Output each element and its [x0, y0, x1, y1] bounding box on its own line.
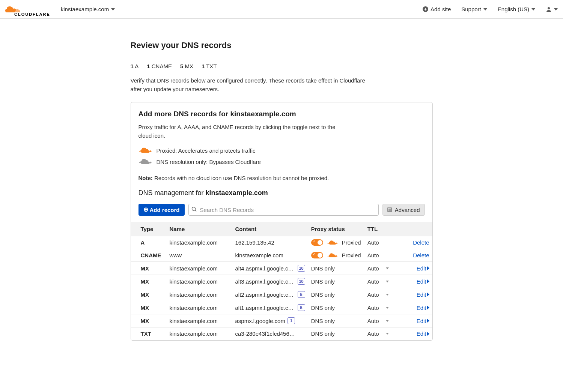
advanced-button[interactable]: Advanced	[382, 204, 425, 216]
caret-down-icon	[554, 8, 558, 11]
add-record-button[interactable]: ⊕Add record	[138, 204, 185, 216]
edit-link[interactable]: Edit	[417, 265, 429, 272]
site-switcher[interactable]: kinstaexample.com	[61, 6, 115, 12]
triangle-right-icon	[427, 266, 429, 270]
delete-link[interactable]: Delete	[413, 252, 429, 258]
add-site-link[interactable]: + Add site	[423, 6, 451, 12]
cell-name: kinstaexample.com	[167, 314, 232, 327]
language-menu[interactable]: English (US)	[498, 6, 535, 12]
ttl-dropdown-icon[interactable]	[386, 307, 389, 309]
top-nav: + Add site Support English (US)	[423, 6, 558, 12]
ttl-dropdown-icon[interactable]	[386, 294, 389, 296]
priority-badge: 10	[298, 278, 305, 285]
intro-text: Verify that DNS records below are config…	[131, 76, 371, 94]
top-bar: CLOUDFLARE kinstaexample.com + Add site …	[0, 0, 563, 19]
cloud-proxied-icon	[327, 252, 338, 258]
site-switcher-label: kinstaexample.com	[61, 6, 109, 12]
cell-actions: Edit	[398, 275, 432, 288]
cloud-proxied-icon	[327, 240, 338, 246]
plus-icon: ⊕	[143, 207, 148, 213]
cell-proxy-status: Proxied	[308, 236, 364, 249]
proxy-label: DNS only	[311, 330, 335, 337]
legend-proxied-label: Proxied: Accelerates and protects traffi…	[157, 147, 256, 154]
legend-dns-only: DNS resolution only: Bypasses Cloudflare	[138, 158, 425, 165]
cell-content: alt3.aspmx.l.google.co...10	[232, 275, 308, 288]
cell-type: MX	[131, 262, 167, 275]
cell-proxy-status: DNS only	[308, 262, 364, 275]
cell-content: alt2.aspmx.l.google.co...5	[232, 288, 308, 301]
dns-management-heading: DNS management for kinstaexample.com	[138, 189, 425, 197]
proxy-label: Proxied	[342, 239, 361, 246]
caret-down-icon	[531, 8, 535, 11]
brand-wordmark: CLOUDFLARE	[14, 12, 50, 17]
count-item: 1 A	[131, 63, 139, 69]
col-content: Content	[232, 222, 308, 236]
cell-ttl: Auto	[364, 327, 398, 340]
col-proxy: Proxy status	[308, 222, 364, 236]
edit-link[interactable]: Edit	[417, 291, 429, 298]
cell-actions: Edit	[398, 314, 432, 327]
cell-ttl: Auto	[364, 249, 398, 262]
cell-type: MX	[131, 314, 167, 327]
record-type-counts: 1 A1 CNAME5 MX1 TXT	[131, 63, 433, 69]
table-header-row: Type Name Content Proxy status TTL	[131, 222, 432, 236]
caret-down-icon	[483, 8, 487, 11]
table-row: MXkinstaexample.comalt3.aspmx.l.google.c…	[131, 275, 432, 288]
cell-ttl: Auto	[364, 288, 398, 301]
delete-link[interactable]: Delete	[413, 239, 429, 246]
proxy-label: DNS only	[311, 305, 335, 311]
dns-mgmt-domain: kinstaexample.com	[206, 189, 268, 197]
ttl-dropdown-icon[interactable]	[386, 333, 389, 335]
caret-down-icon	[111, 8, 115, 11]
cell-name: www	[167, 249, 232, 262]
triangle-right-icon	[427, 306, 429, 309]
table-row: CNAMEwwwkinstaexample.comProxiedAutoDele…	[131, 249, 432, 262]
cell-name: kinstaexample.com	[167, 236, 232, 249]
note-text: Records with no cloud icon use DNS resol…	[153, 175, 329, 181]
cell-name: kinstaexample.com	[167, 275, 232, 288]
page-title: Review your DNS records	[131, 41, 433, 50]
proxy-label: DNS only	[311, 318, 335, 324]
table-row: TXTkinstaexample.comca3-280e43f1cfcd456b…	[131, 327, 432, 340]
advanced-icon	[387, 207, 392, 212]
search-wrapper	[188, 204, 379, 216]
col-ttl: TTL	[364, 222, 398, 236]
note-label: Note:	[138, 175, 153, 181]
cell-ttl: Auto	[364, 275, 398, 288]
cloud-proxied-icon	[138, 147, 152, 154]
cell-content: ca3-280e43f1cfcd456ba...	[232, 327, 308, 340]
cell-content: aspmx.l.google.com1	[232, 314, 308, 327]
edit-link[interactable]: Edit	[417, 305, 429, 311]
count-item: 1 TXT	[202, 63, 217, 69]
proxy-toggle[interactable]	[311, 239, 323, 246]
ttl-dropdown-icon[interactable]	[386, 267, 389, 269]
priority-badge: 1	[288, 317, 295, 324]
cell-type: CNAME	[131, 249, 167, 262]
edit-link[interactable]: Edit	[417, 278, 429, 285]
panel-description: Proxy traffic for A, AAAA, and CNAME rec…	[138, 123, 349, 140]
cell-proxy-status: DNS only	[308, 314, 364, 327]
support-label: Support	[461, 6, 481, 12]
cell-proxy-status: DNS only	[308, 327, 364, 340]
table-row: Akinstaexample.com162.159.135.42ProxiedA…	[131, 236, 432, 249]
cell-actions: Edit	[398, 327, 432, 340]
ttl-dropdown-icon[interactable]	[386, 281, 389, 282]
ttl-dropdown-icon[interactable]	[386, 320, 389, 322]
cell-type: MX	[131, 288, 167, 301]
cell-proxy-status: DNS only	[308, 275, 364, 288]
priority-badge: 10	[298, 265, 305, 272]
support-menu[interactable]: Support	[461, 6, 487, 12]
cell-proxy-status: DNS only	[308, 288, 364, 301]
account-menu[interactable]	[546, 6, 558, 12]
search-input[interactable]	[188, 204, 379, 216]
col-name: Name	[167, 222, 232, 236]
svg-point-2	[548, 7, 550, 9]
edit-link[interactable]: Edit	[417, 318, 429, 324]
proxy-label: DNS only	[311, 291, 335, 298]
table-row: MXkinstaexample.comalt2.aspmx.l.google.c…	[131, 288, 432, 301]
proxy-toggle[interactable]	[311, 252, 323, 258]
priority-badge: 5	[298, 291, 305, 298]
cell-type: A	[131, 236, 167, 249]
cell-proxy-status: Proxied	[308, 249, 364, 262]
edit-link[interactable]: Edit	[417, 330, 429, 337]
